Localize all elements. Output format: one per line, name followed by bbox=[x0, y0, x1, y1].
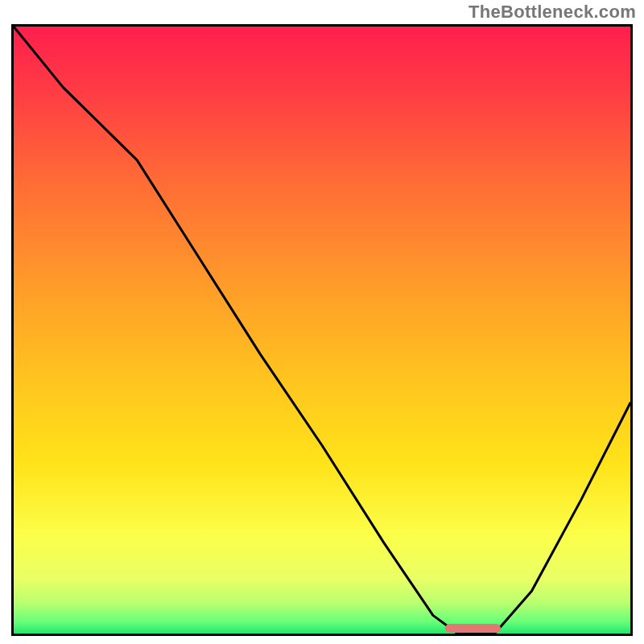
optimal-marker bbox=[445, 624, 501, 633]
plot-area bbox=[11, 24, 633, 636]
chart-container: TheBottleneck.com bbox=[0, 0, 644, 644]
watermark-text: TheBottleneck.com bbox=[469, 2, 636, 23]
bottleneck-curve bbox=[14, 27, 630, 634]
